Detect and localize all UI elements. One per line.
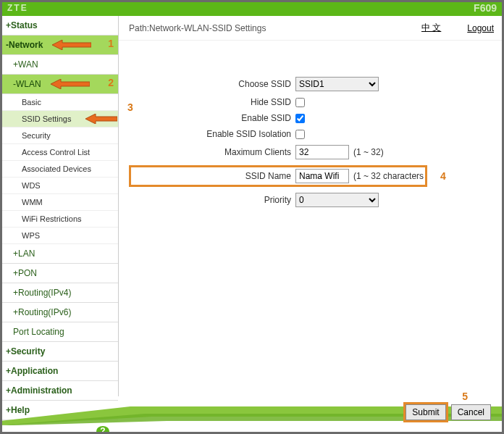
path-row: Path:Network-WLAN-SSID Settings 中 文 Logo…	[119, 16, 504, 41]
max-clients-hint: (1 ~ 32)	[353, 147, 384, 157]
sidebar-item-pon[interactable]: +PON	[0, 264, 118, 283]
sidebar-item-wifi-restrict[interactable]: WiFi Restrictions	[0, 211, 118, 228]
sidebar-item-acl[interactable]: Access Control List	[0, 144, 118, 161]
content: Path:Network-WLAN-SSID Settings 中 文 Logo…	[119, 16, 504, 396]
breadcrumb: Path:Network-WLAN-SSID Settings	[129, 23, 266, 33]
sidebar-item-routing4[interactable]: +Routing(IPv4)	[0, 283, 118, 303]
sidebar-item-application[interactable]: +Application	[0, 362, 118, 381]
submit-button[interactable]: Submit	[406, 404, 445, 420]
topbar: ZTE F609	[0, 0, 504, 16]
row-enable-isolation: Enable SSID Isolation	[129, 129, 494, 139]
main-container: +Status -Network 1 +WAN -WLAN 2 Basic SS…	[0, 16, 504, 396]
sidebar-label: -WLAN	[13, 79, 41, 89]
ssid-name-highlight: SSID Name (1 ~ 32 characters	[129, 165, 427, 187]
max-clients-input[interactable]	[295, 145, 349, 159]
annotation-4: 4	[440, 170, 446, 182]
label-max-clients: Maximum Clients	[129, 147, 295, 157]
sidebar-item-port-locating[interactable]: Port Locating	[0, 322, 118, 342]
sidebar-item-wds[interactable]: WDS	[0, 178, 118, 194]
button-row: Submit Cancel	[403, 402, 491, 422]
logout-link[interactable]: Logout	[467, 23, 494, 33]
sidebar-item-ssid-settings[interactable]: SSID Settings	[0, 111, 118, 128]
svg-marker-1	[51, 79, 90, 89]
sidebar-item-wlan[interactable]: -WLAN 2	[0, 75, 118, 94]
label-enable-ssid: Enable SSID	[129, 113, 295, 123]
sidebar-item-security-wlan[interactable]: Security	[0, 128, 118, 144]
annotation-3: 3	[127, 101, 133, 113]
cancel-button[interactable]: Cancel	[451, 404, 491, 420]
sidebar-item-basic[interactable]: Basic	[0, 94, 118, 111]
svg-marker-0	[52, 40, 91, 50]
sidebar-item-security[interactable]: +Security	[0, 342, 118, 362]
sidebar-item-status[interactable]: +Status	[0, 16, 118, 36]
language-link[interactable]: 中 文	[421, 22, 441, 34]
enable-ssid-checkbox[interactable]	[295, 114, 305, 123]
hide-ssid-checkbox[interactable]	[295, 98, 305, 107]
sidebar-item-wan[interactable]: +WAN	[0, 55, 118, 75]
sidebar-label: SSID Settings	[22, 114, 71, 123]
label-enable-isolation: Enable SSID Isolation	[129, 129, 295, 139]
bottombar: 5 Submit Cancel	[0, 396, 504, 434]
row-priority: Priority 0	[129, 193, 494, 207]
model-text: F609	[474, 2, 497, 14]
sidebar: +Status -Network 1 +WAN -WLAN 2 Basic SS…	[0, 16, 119, 396]
ssid-name-input[interactable]	[295, 169, 349, 183]
sidebar-item-wps[interactable]: WPS	[0, 228, 118, 244]
form-area: Choose SSID SSID1 Hide SSID Enable SSID …	[119, 41, 504, 220]
sidebar-item-routing6[interactable]: +Routing(IPv6)	[0, 303, 118, 322]
row-enable-ssid: Enable SSID	[129, 113, 494, 123]
row-max-clients: Maximum Clients (1 ~ 32)	[129, 145, 494, 159]
logo-text: ZTE	[7, 3, 28, 13]
label-ssid-name: SSID Name	[133, 171, 295, 181]
ssid-name-hint: (1 ~ 32 characters	[353, 171, 424, 181]
priority-select[interactable]: 0	[295, 193, 379, 207]
choose-ssid-select[interactable]: SSID1	[295, 77, 379, 91]
row-choose-ssid: Choose SSID SSID1	[129, 77, 494, 91]
sidebar-item-wmm[interactable]: WMM	[0, 194, 118, 211]
sidebar-item-lan[interactable]: +LAN	[0, 244, 118, 264]
label-priority: Priority	[129, 195, 295, 205]
annotation-1: 1	[108, 38, 114, 49]
sidebar-item-network[interactable]: -Network 1	[0, 36, 118, 55]
label-choose-ssid: Choose SSID	[129, 79, 295, 89]
annotation-5: 5	[462, 391, 468, 402]
sidebar-label: -Network	[6, 40, 43, 50]
sidebar-item-assoc[interactable]: Associated Devices	[0, 161, 118, 178]
arrow-icon	[85, 114, 117, 124]
annotation-2: 2	[108, 77, 114, 88]
row-hide-ssid: Hide SSID	[129, 97, 494, 107]
svg-marker-2	[85, 114, 117, 124]
arrow-icon	[52, 40, 91, 50]
label-hide-ssid: Hide SSID	[129, 97, 295, 107]
submit-highlight: Submit	[403, 402, 448, 422]
enable-isolation-checkbox[interactable]	[295, 130, 305, 139]
arrow-icon	[51, 79, 90, 89]
row-ssid-name: SSID Name (1 ~ 32 characters 4	[129, 165, 494, 187]
